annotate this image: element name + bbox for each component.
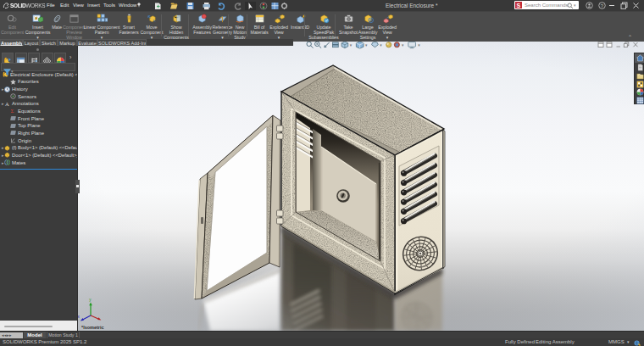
svg-text:▾: ▾ xyxy=(380,42,382,47)
svg-text:Σ: Σ xyxy=(11,108,14,114)
svg-text:▾: ▾ xyxy=(350,42,353,47)
svg-text:▾: ▾ xyxy=(365,42,368,47)
svg-text:A: A xyxy=(5,101,9,107)
svg-text:?: ? xyxy=(601,3,604,8)
svg-text:y: y xyxy=(89,298,92,302)
svg-text:▾: ▾ xyxy=(418,42,420,47)
svg-text:▾: ▾ xyxy=(402,42,404,47)
